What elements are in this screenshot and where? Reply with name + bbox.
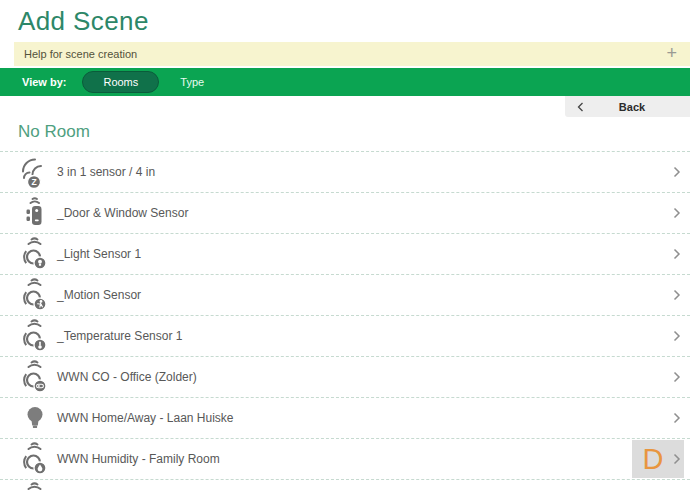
motion-sensor-icon [20, 277, 50, 313]
light-sensor-icon [20, 236, 50, 272]
device-name: _Temperature Sensor 1 [57, 329, 182, 343]
chevron-right-icon [673, 412, 681, 424]
chevron-right-icon [673, 453, 681, 465]
device-row[interactable]: _Motion Sensor [0, 275, 690, 316]
bulb-icon [20, 400, 50, 436]
help-bar-label: Help for scene creation [24, 48, 137, 60]
device-name: _Motion Sensor [57, 288, 141, 302]
page-title: Add Scene [18, 6, 149, 37]
chevron-right-icon [673, 289, 681, 301]
co-sensor-icon [20, 359, 50, 395]
zwave-sensor-icon: Z [20, 154, 50, 190]
temperature-sensor-icon [20, 318, 50, 354]
chevron-right-icon [673, 166, 681, 178]
device-list: Z3 in 1 sensor / 4 in_Door & Window Sens… [0, 151, 690, 480]
plus-icon[interactable]: + [666, 44, 677, 62]
device-row[interactable]: _Door & Window Sensor [0, 193, 690, 234]
device-row[interactable]: WWN Home/Away - Laan Huiske [0, 398, 690, 439]
back-label: Back [584, 101, 680, 113]
chevron-right-icon [673, 371, 681, 383]
device-row[interactable]: Z3 in 1 sensor / 4 in [0, 152, 690, 193]
back-button[interactable]: Back [565, 96, 690, 117]
chevron-right-icon [673, 207, 681, 219]
device-row[interactable]: WWN Humidity - Family RoomD [0, 439, 690, 480]
device-row[interactable]: WWN CO - Office (Zolder) [0, 357, 690, 398]
device-row[interactable]: _Light Sensor 1 [0, 234, 690, 275]
section-title: No Room [18, 122, 90, 142]
chevron-right-icon [673, 330, 681, 342]
humidity-sensor-icon [20, 441, 50, 477]
device-name: WWN CO - Office (Zolder) [57, 370, 197, 384]
device-name: _Light Sensor 1 [57, 247, 141, 261]
view-by-bar: View by: RoomsType [0, 68, 690, 96]
svg-text:Z: Z [31, 177, 36, 187]
device-row[interactable]: _Temperature Sensor 1 [0, 316, 690, 357]
device-name: WWN Home/Away - Laan Huiske [57, 411, 234, 425]
overlay-letter: D [643, 445, 664, 474]
device-name: WWN Humidity - Family Room [57, 452, 220, 466]
chevron-right-icon [673, 248, 681, 260]
door-window-sensor-icon [20, 195, 50, 231]
view-tab-type[interactable]: Type [159, 71, 225, 93]
help-bar[interactable]: Help for scene creation + [14, 42, 690, 66]
view-by-label: View by: [22, 76, 66, 88]
partial-next-row [20, 481, 50, 491]
view-tabs: RoomsType [82, 71, 225, 93]
view-tab-rooms[interactable]: Rooms [82, 71, 159, 93]
chevron-left-icon [577, 102, 584, 112]
device-name: _Door & Window Sensor [57, 206, 188, 220]
device-name: 3 in 1 sensor / 4 in [57, 165, 155, 179]
